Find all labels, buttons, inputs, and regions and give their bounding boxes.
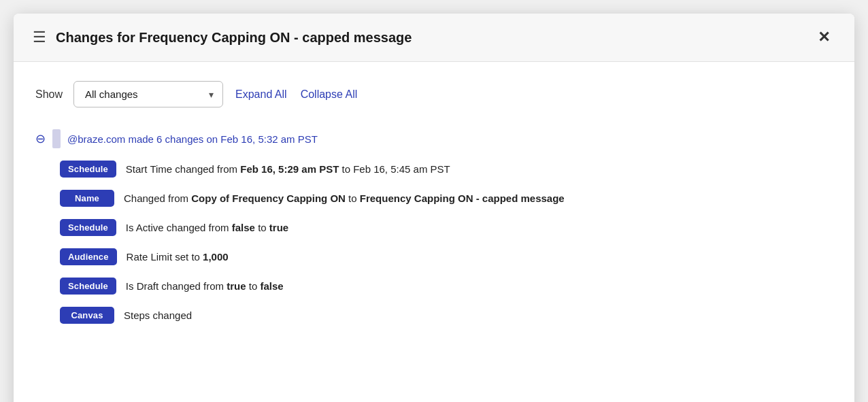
badge-audience: Audience: [60, 248, 117, 265]
header-left: ☰ Changes for Frequency Capping ON - cap…: [33, 29, 412, 46]
change-text-1: Start Time changed from Feb 16, 5:29 am …: [126, 163, 450, 175]
badge-name: Name: [60, 190, 114, 207]
change-text-2: Changed from Copy of Frequency Capping O…: [124, 192, 565, 204]
collapse-icon: ⊖: [35, 131, 46, 146]
change-text-3: Is Active changed from false to true: [126, 222, 288, 233]
change-text-4: Rate Limit set to 1,000: [127, 251, 229, 263]
expand-all-button[interactable]: Expand All: [234, 86, 288, 103]
modal-title: Changes for Frequency Capping ON - cappe…: [56, 30, 412, 46]
change-text-6: Steps changed: [124, 309, 192, 321]
change-item: Schedule Is Active changed from false to…: [60, 219, 833, 236]
change-item: Name Changed from Copy of Frequency Capp…: [60, 190, 833, 207]
modal-body: Show All changes Schedule Name Audience …: [14, 62, 854, 348]
filter-select-wrapper: All changes Schedule Name Audience Canva…: [73, 81, 223, 107]
changes-modal: ☰ Changes for Frequency Capping ON - cap…: [14, 14, 854, 402]
change-items: Schedule Start Time changed from Feb 16,…: [35, 161, 833, 324]
avatar: [52, 129, 61, 148]
change-item: Schedule Is Draft changed from true to f…: [60, 278, 833, 295]
badge-canvas: Canvas: [60, 307, 114, 324]
show-label: Show: [35, 88, 63, 101]
collapse-all-button[interactable]: Collapse All: [299, 86, 359, 103]
badge-schedule-3: Schedule: [60, 278, 116, 295]
filter-row: Show All changes Schedule Name Audience …: [35, 81, 833, 107]
change-group-header: ⊖ @braze.com made 6 changes on Feb 16, 5…: [35, 129, 833, 148]
change-text-5: Is Draft changed from true to false: [126, 280, 284, 292]
group-label: @braze.com made 6 changes on Feb 16, 5:3…: [67, 133, 318, 145]
collapse-toggle-button[interactable]: ⊖: [35, 131, 46, 146]
change-item: Schedule Start Time changed from Feb 16,…: [60, 161, 833, 178]
change-group: ⊖ @braze.com made 6 changes on Feb 16, 5…: [35, 129, 833, 324]
change-item: Canvas Steps changed: [60, 307, 833, 324]
modal-header: ☰ Changes for Frequency Capping ON - cap…: [14, 14, 854, 62]
badge-schedule-2: Schedule: [60, 219, 116, 236]
change-item: Audience Rate Limit set to 1,000: [60, 248, 833, 265]
badge-schedule-1: Schedule: [60, 161, 116, 178]
close-button[interactable]: ✕: [812, 26, 835, 49]
list-icon: ☰: [33, 29, 46, 46]
filter-select[interactable]: All changes Schedule Name Audience Canva…: [73, 81, 223, 107]
